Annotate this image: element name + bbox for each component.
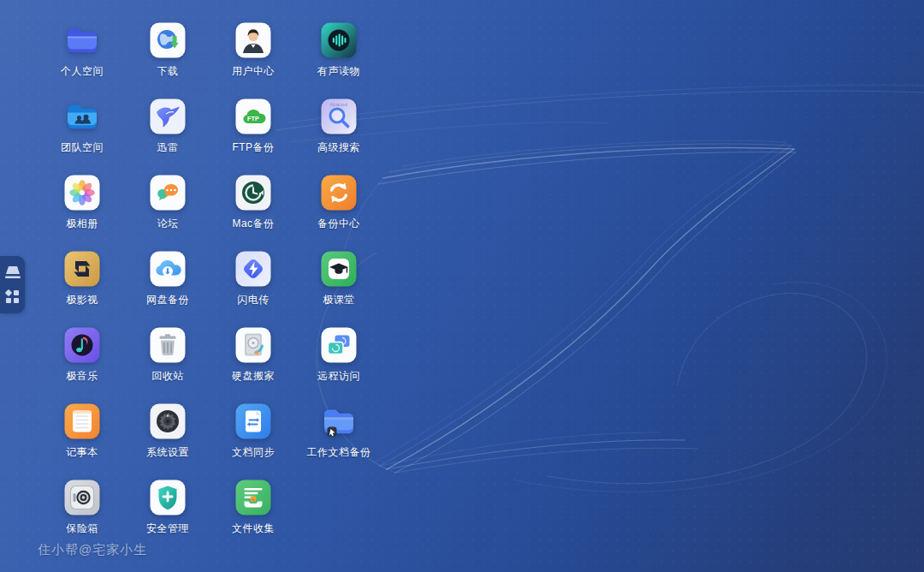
watermark-text: 住小帮@宅家小生 xyxy=(38,542,147,558)
app-label: 安全管理 xyxy=(146,522,189,534)
app-label: Mac备份 xyxy=(232,217,274,229)
app-disk-migration[interactable]: 硬盘搬家 xyxy=(210,307,296,384)
app-flash-transfer[interactable]: 闪电传 xyxy=(210,231,296,307)
user-center-icon xyxy=(234,21,272,59)
app-label: 极影视 xyxy=(66,294,98,306)
safe-box-icon xyxy=(63,479,101,516)
app-thunder-bird[interactable]: 迅雷 xyxy=(125,79,210,155)
edge-flyout-panel[interactable] xyxy=(0,256,25,313)
app-personal-space-folder[interactable]: 个人空间 xyxy=(39,3,125,79)
app-label: 回收站 xyxy=(151,370,184,382)
doc-sync-icon xyxy=(234,402,272,440)
app-mac-backup[interactable]: Mac备份 xyxy=(210,155,296,231)
app-security-manage[interactable]: 安全管理 xyxy=(125,460,210,536)
remote-access-icon xyxy=(320,326,358,364)
cloud-backup-icon xyxy=(149,250,187,288)
app-label: 用户中心 xyxy=(232,65,275,77)
app-label: 闪电传 xyxy=(237,294,270,306)
app-file-collect[interactable]: 文件收集 xyxy=(210,460,296,536)
app-label: FTP备份 xyxy=(232,141,274,153)
app-label: 团队空间 xyxy=(61,141,104,153)
recycle-bin-icon xyxy=(149,326,187,364)
app-label: 记事本 xyxy=(66,446,98,458)
app-ftp-backup[interactable]: FTPFTP备份 xyxy=(210,79,296,155)
svg-text:Advanced: Advanced xyxy=(330,103,348,107)
advanced-search-icon: Advanced xyxy=(320,98,358,135)
app-recycle-bin[interactable]: 回收站 xyxy=(125,307,210,384)
app-download-globe[interactable]: 下载 xyxy=(125,3,210,79)
ftp-backup-icon: FTP xyxy=(234,98,272,135)
system-settings-icon xyxy=(149,402,187,440)
app-classroom[interactable]: 极课堂 xyxy=(296,231,382,307)
team-space-folder-icon xyxy=(63,98,101,135)
app-cloud-backup[interactable]: 网盘备份 xyxy=(125,231,210,307)
backup-center-icon xyxy=(320,174,358,212)
app-label: 个人空间 xyxy=(61,65,104,77)
app-label: 远程访问 xyxy=(317,370,360,382)
forum-icon xyxy=(149,174,187,212)
app-label: 文件收集 xyxy=(232,522,275,534)
app-label: 工作文档备份 xyxy=(307,446,371,458)
app-label: 硬盘搬家 xyxy=(232,370,275,382)
music-icon xyxy=(63,326,101,364)
app-backup-center[interactable]: 备份中心 xyxy=(296,155,382,231)
app-label: 下载 xyxy=(157,65,179,77)
nas-desktop: 个人空间下载用户中心有声读物团队空间迅雷FTPFTP备份Advanced高级搜索… xyxy=(0,0,924,572)
work-doc-backup-folder-icon xyxy=(320,402,358,440)
app-music[interactable]: 极音乐 xyxy=(39,307,125,384)
app-label: 有声读物 xyxy=(317,65,360,77)
app-label: 极音乐 xyxy=(66,370,98,382)
app-doc-sync[interactable]: 文档同步 xyxy=(210,384,296,460)
app-label: 高级搜索 xyxy=(317,141,360,153)
app-remote-access[interactable]: 远程访问 xyxy=(296,307,382,384)
app-user-center[interactable]: 用户中心 xyxy=(210,3,296,79)
notepad-icon xyxy=(63,402,101,440)
app-team-space-folder[interactable]: 团队空间 xyxy=(39,79,125,155)
app-system-settings[interactable]: 系统设置 xyxy=(125,384,210,460)
devices-icon[interactable] xyxy=(3,265,22,279)
apps-grid-icon[interactable] xyxy=(5,289,20,304)
mac-backup-icon xyxy=(234,174,272,212)
app-work-doc-backup-folder[interactable]: 工作文档备份 xyxy=(296,384,382,460)
app-label: 备份中心 xyxy=(317,217,360,229)
app-label: 论坛 xyxy=(157,217,179,229)
personal-space-folder-icon xyxy=(63,21,101,59)
app-label: 极课堂 xyxy=(323,294,355,306)
classroom-icon xyxy=(320,250,358,288)
app-label: 保险箱 xyxy=(66,522,98,534)
photo-album-icon xyxy=(63,174,101,212)
app-advanced-search[interactable]: Advanced高级搜索 xyxy=(296,79,382,155)
download-globe-icon xyxy=(149,21,187,59)
app-safe-box[interactable]: 保险箱 xyxy=(39,460,125,536)
flash-transfer-icon xyxy=(234,250,272,288)
app-forum[interactable]: 论坛 xyxy=(125,155,210,231)
app-label: 网盘备份 xyxy=(146,294,189,306)
audiobook-icon xyxy=(320,21,358,59)
app-movies[interactable]: 极影视 xyxy=(39,231,125,307)
app-grid: 个人空间下载用户中心有声读物团队空间迅雷FTPFTP备份Advanced高级搜索… xyxy=(39,3,382,536)
app-audiobook[interactable]: 有声读物 xyxy=(296,3,382,79)
app-label: 文档同步 xyxy=(232,446,275,458)
file-collect-icon xyxy=(234,479,272,516)
app-label: 极相册 xyxy=(66,217,98,229)
disk-migration-icon xyxy=(234,326,272,364)
svg-text:FTP: FTP xyxy=(247,115,259,122)
app-notepad[interactable]: 记事本 xyxy=(39,384,125,460)
app-label: 迅雷 xyxy=(157,141,179,153)
app-label: 系统设置 xyxy=(146,446,189,458)
app-photo-album[interactable]: 极相册 xyxy=(39,155,125,231)
movies-icon xyxy=(63,250,101,288)
thunder-bird-icon xyxy=(149,98,187,135)
security-manage-icon xyxy=(149,479,187,516)
